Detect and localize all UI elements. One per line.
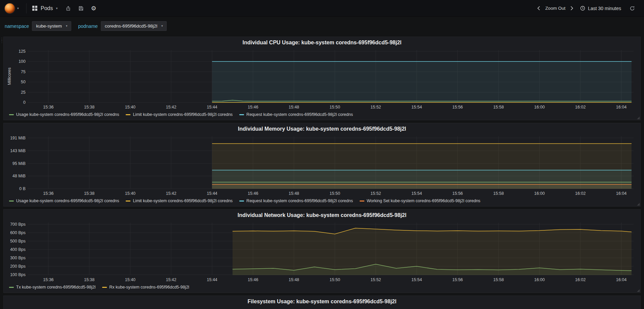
svg-text:15:42: 15:42: [166, 277, 176, 282]
series-color-swatch: [9, 287, 14, 288]
svg-text:100 Bps: 100 Bps: [10, 272, 26, 277]
svg-text:15:44: 15:44: [207, 191, 217, 196]
svg-text:300 Bps: 300 Bps: [10, 256, 26, 260]
panel-title-network[interactable]: Individual Network Usage: kube-system co…: [6, 211, 638, 219]
chevron-left-icon: [537, 6, 540, 10]
panel-drag-handle[interactable]: ⋮⋮⋮⋮: [0, 38, 3, 43]
svg-text:15:56: 15:56: [452, 277, 463, 282]
panel-title-memory[interactable]: Individual Memory Usage: kube-system cor…: [6, 125, 638, 133]
legend-item-tx[interactable]: Tx kube-system coredns-695f96dcd5-98j2l: [9, 285, 95, 290]
time-shift-forward-button[interactable]: [568, 6, 575, 10]
series-color-swatch: [126, 201, 130, 202]
svg-text:15:54: 15:54: [411, 277, 422, 282]
svg-text:15:50: 15:50: [330, 105, 340, 109]
legend-label: Usage kube-system coredns-695f96dcd5-98j…: [16, 198, 119, 203]
svg-text:15:56: 15:56: [452, 191, 463, 196]
svg-text:15:46: 15:46: [248, 191, 258, 196]
legend-item-limit[interactable]: Limit kube-system coredns-695f96dcd5-98j…: [126, 112, 233, 117]
svg-text:15:42: 15:42: [166, 105, 176, 109]
grafana-logo-icon: [5, 3, 15, 13]
svg-text:15:38: 15:38: [84, 277, 94, 282]
series-color-swatch: [239, 201, 244, 202]
svg-text:500 Bps: 500 Bps: [10, 239, 26, 244]
svg-text:15:38: 15:38: [84, 191, 94, 196]
chevron-down-icon: ▾: [17, 7, 19, 10]
svg-text:16:04: 16:04: [616, 277, 627, 282]
dashboard-picker-button[interactable]: Pods ▾: [31, 5, 62, 11]
svg-text:Millicores: Millicores: [7, 68, 12, 85]
svg-text:0 B: 0 B: [19, 186, 26, 191]
variable-namespace: namespace kube-system ▾: [5, 21, 71, 31]
legend-item-usage[interactable]: Usage kube-system coredns-695f96dcd5-98j…: [9, 112, 119, 117]
panel-title-filesystem[interactable]: Filesystem Usage: kube-system coredns-69…: [6, 297, 638, 306]
zoom-out-button[interactable]: Zoom Out: [543, 6, 568, 11]
legend-item-request[interactable]: Request kube-system coredns-695f96dcd5-9…: [239, 112, 353, 117]
legend-item-request[interactable]: Request kube-system coredns-695f96dcd5-9…: [239, 198, 353, 203]
svg-text:15:52: 15:52: [370, 191, 381, 196]
svg-text:15:50: 15:50: [330, 277, 340, 282]
legend-item-rx[interactable]: Rx kube-system coredns-695f96dcd5-98j2l: [102, 285, 189, 290]
svg-text:15:52: 15:52: [370, 277, 381, 282]
svg-text:200 Bps: 200 Bps: [10, 264, 26, 269]
svg-text:15:40: 15:40: [125, 277, 135, 282]
chevron-down-icon: ▾: [161, 25, 163, 28]
svg-text:50: 50: [21, 80, 26, 84]
gear-icon: ⚙: [91, 5, 96, 12]
legend-label: Limit kube-system coredns-695f96dcd5-98j…: [133, 198, 233, 203]
svg-text:15:58: 15:58: [493, 277, 504, 282]
refresh-button[interactable]: [626, 6, 639, 11]
network-usage-graph[interactable]: 100 Bps200 Bps300 Bps400 Bps500 Bps600 B…: [6, 219, 638, 284]
legend-label: Request kube-system coredns-695f96dcd5-9…: [246, 198, 353, 203]
namespace-dropdown[interactable]: kube-system ▾: [32, 21, 71, 31]
podname-dropdown-value: coredns-695f96dcd5-98j2l: [105, 24, 157, 29]
time-shift-back-button[interactable]: [535, 6, 542, 10]
legend-label: Request kube-system coredns-695f96dcd5-9…: [246, 112, 353, 117]
chevron-down-icon: ▾: [56, 7, 58, 10]
svg-text:15:48: 15:48: [289, 105, 299, 109]
series-color-swatch: [239, 114, 244, 115]
share-button[interactable]: [62, 6, 75, 11]
svg-text:15:48: 15:48: [289, 277, 299, 282]
series-color-swatch: [9, 114, 14, 115]
network-usage-legend: Tx kube-system coredns-695f96dcd5-98j2lR…: [6, 284, 638, 292]
navbar-divider: [26, 3, 27, 13]
clock-icon: [580, 6, 585, 11]
svg-text:25: 25: [21, 90, 26, 95]
time-range-button[interactable]: Last 30 minutes: [576, 6, 625, 11]
legend-item-usage[interactable]: Usage kube-system coredns-695f96dcd5-98j…: [9, 198, 119, 203]
filesystem-usage-graph[interactable]: [6, 306, 638, 309]
panel-network-usage: Individual Network Usage: kube-system co…: [3, 209, 641, 293]
svg-text:16:04: 16:04: [616, 105, 627, 109]
svg-text:125: 125: [18, 49, 26, 54]
legend-label: Limit kube-system coredns-695f96dcd5-98j…: [133, 112, 233, 117]
svg-text:16:00: 16:00: [534, 277, 545, 282]
legend-item-limit[interactable]: Limit kube-system coredns-695f96dcd5-98j…: [126, 198, 233, 203]
variable-podname: podname coredns-695f96dcd5-98j2l ▾: [78, 21, 167, 31]
grafana-logo-button[interactable]: ▾: [3, 3, 22, 13]
svg-text:15:46: 15:46: [248, 105, 258, 109]
save-button[interactable]: [75, 6, 87, 11]
svg-text:48 MiB: 48 MiB: [12, 174, 26, 178]
svg-text:15:44: 15:44: [207, 277, 217, 282]
svg-text:15:58: 15:58: [493, 191, 504, 196]
legend-label: Tx kube-system coredns-695f96dcd5-98j2l: [16, 285, 95, 290]
panel-title-cpu[interactable]: Individual CPU Usage: kube-system coredn…: [6, 38, 638, 47]
svg-text:16:04: 16:04: [616, 191, 627, 196]
settings-button[interactable]: ⚙: [87, 5, 100, 12]
grafana-app: ▾ Pods ▾ ⚙ Zoom Out: [0, 0, 644, 309]
svg-text:15:36: 15:36: [43, 277, 53, 282]
svg-text:16:02: 16:02: [575, 105, 586, 109]
svg-text:15:52: 15:52: [370, 105, 381, 109]
svg-text:700 Bps: 700 Bps: [10, 222, 26, 227]
chevron-down-icon: ▾: [66, 25, 68, 28]
svg-text:15:56: 15:56: [452, 105, 463, 109]
top-navbar: ▾ Pods ▾ ⚙ Zoom Out: [0, 0, 644, 17]
cpu-usage-legend: Usage kube-system coredns-695f96dcd5-98j…: [6, 111, 638, 119]
share-icon: [66, 6, 71, 11]
podname-dropdown[interactable]: coredns-695f96dcd5-98j2l ▾: [101, 21, 167, 31]
cpu-usage-graph[interactable]: 025507510012515:3615:3815:4015:4215:4415…: [6, 47, 638, 111]
memory-usage-graph[interactable]: 0 B48 MiB95 MiB143 MiB191 MiB15:3615:381…: [6, 133, 638, 197]
svg-text:15:58: 15:58: [493, 105, 504, 109]
dashboard-panels: ⋮⋮⋮⋮ Individual CPU Usage: kube-system c…: [0, 35, 644, 309]
legend-item-working-set[interactable]: Working Set kube-system coredns-695f96dc…: [360, 198, 480, 203]
